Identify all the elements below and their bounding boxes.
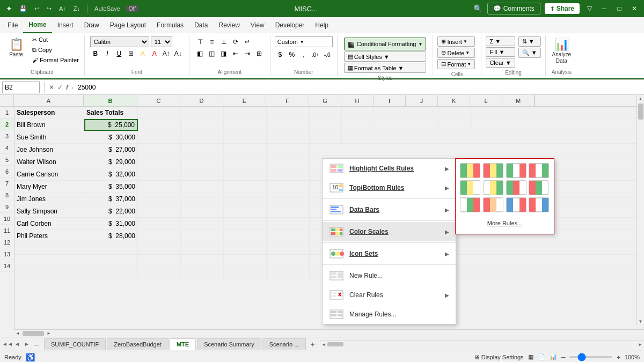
font-name-select[interactable]: Calibri bbox=[90, 36, 149, 47]
name-box[interactable] bbox=[2, 82, 40, 93]
scroll-left-btn[interactable]: ◄ bbox=[14, 330, 21, 337]
row-header-11[interactable]: 11 bbox=[0, 225, 14, 237]
decrease-font-button[interactable]: A↓ bbox=[173, 48, 184, 59]
ribbon-minimize-icon[interactable]: ▽ bbox=[584, 3, 595, 14]
zoom-minus-btn[interactable]: ─ bbox=[561, 354, 566, 360]
tab-more-btn[interactable]: ... bbox=[32, 340, 41, 349]
scroll-thumb-v[interactable] bbox=[638, 107, 643, 120]
h-scroll-left[interactable]: ◄ bbox=[320, 341, 327, 348]
font-size-select[interactable]: 11 bbox=[151, 36, 172, 47]
cell-F10[interactable] bbox=[267, 218, 310, 230]
cell-C1[interactable] bbox=[138, 107, 181, 119]
col-header-D[interactable]: D bbox=[180, 95, 223, 106]
row-header-3[interactable]: 3 bbox=[0, 130, 14, 142]
underline-button[interactable]: U bbox=[114, 48, 125, 59]
dropdown-item-colorscales[interactable]: Color Scales ▶ bbox=[323, 222, 456, 241]
cell-E7[interactable] bbox=[224, 181, 267, 193]
scroll-down-btn[interactable]: ▼ bbox=[637, 317, 645, 325]
cell-E1[interactable] bbox=[224, 107, 267, 119]
col-header-J[interactable]: J bbox=[406, 95, 438, 106]
wrap-text-button[interactable]: ↵ bbox=[242, 36, 253, 47]
currency-button[interactable]: $ bbox=[275, 49, 286, 60]
cell-D8[interactable] bbox=[181, 193, 224, 205]
menu-formulas[interactable]: Formulas bbox=[151, 17, 189, 33]
row-header-2[interactable]: 2 bbox=[0, 119, 14, 130]
font-color-button[interactable]: A bbox=[149, 48, 160, 59]
share-button[interactable]: ⬆ Share bbox=[545, 3, 580, 14]
cell-E14[interactable] bbox=[224, 267, 267, 279]
cell-D10[interactable] bbox=[181, 218, 224, 230]
menu-view[interactable]: View bbox=[245, 17, 270, 33]
quick-access-save[interactable]: 💾 bbox=[17, 4, 29, 13]
cell-C12[interactable] bbox=[138, 242, 181, 254]
cell-F2[interactable] bbox=[267, 119, 310, 131]
col-header-I[interactable]: I bbox=[374, 95, 406, 106]
cell-B13[interactable] bbox=[84, 255, 138, 267]
quick-access-undo[interactable]: ↩ bbox=[32, 4, 41, 13]
sheet-tab-zero-budget[interactable]: ZeroBasedBudget bbox=[107, 338, 169, 350]
border-button[interactable]: ⊞ bbox=[126, 48, 136, 59]
page-layout-view-btn[interactable]: 📄 bbox=[538, 353, 545, 360]
cell-D5[interactable] bbox=[181, 156, 224, 168]
format-as-table-button[interactable]: ▦ Format as Table ▼ bbox=[344, 63, 427, 73]
menu-home[interactable]: Home bbox=[23, 17, 52, 33]
cell-D9[interactable] bbox=[181, 205, 224, 217]
format-painter-button[interactable]: 🖌 Format Painter bbox=[30, 56, 81, 64]
cell-F14[interactable] bbox=[267, 267, 310, 279]
cell-A13[interactable] bbox=[14, 255, 84, 267]
cell-B7[interactable]: $ 35,000 bbox=[84, 181, 138, 193]
vertical-scrollbar[interactable]: ▲ ▼ bbox=[636, 107, 644, 325]
col-header-M[interactable]: M bbox=[502, 95, 535, 106]
color-scale-3[interactable] bbox=[506, 163, 526, 178]
tab-right-btn[interactable]: ► bbox=[23, 340, 31, 349]
cell-I1[interactable] bbox=[374, 107, 406, 119]
cell-B10[interactable]: $ 31,000 bbox=[84, 218, 138, 230]
cell-B9[interactable]: $ 22,000 bbox=[84, 205, 138, 217]
cell-A1[interactable]: Salesperson bbox=[14, 107, 84, 119]
row-header-7[interactable]: 7 bbox=[0, 178, 14, 189]
find-select-button[interactable]: 🔍 ▼ bbox=[518, 48, 541, 58]
cell-E8[interactable] bbox=[224, 193, 267, 205]
cell-B3[interactable]: $ 30,000 bbox=[84, 131, 138, 143]
col-header-L[interactable]: L bbox=[470, 95, 502, 106]
format-cells-button[interactable]: ⊟ Format ▼ bbox=[437, 59, 475, 69]
cell-C2[interactable] bbox=[138, 119, 181, 131]
cell-D3[interactable] bbox=[181, 131, 224, 143]
color-scale-8[interactable] bbox=[529, 180, 549, 195]
analyze-data-button[interactable]: 📊 AnalyzeData bbox=[549, 35, 575, 67]
cell-F5[interactable] bbox=[267, 156, 310, 168]
paste-button[interactable]: 📋 Paste bbox=[3, 35, 29, 60]
menu-file[interactable]: File bbox=[2, 17, 23, 33]
display-settings-btn[interactable]: 🖥 Display Settings bbox=[474, 354, 524, 360]
align-middle-button[interactable]: ≡ bbox=[207, 36, 217, 47]
color-scale-4[interactable] bbox=[529, 163, 549, 178]
color-scale-2[interactable] bbox=[483, 163, 503, 178]
italic-button[interactable]: I bbox=[102, 48, 113, 59]
cell-C5[interactable] bbox=[138, 156, 181, 168]
orient-button[interactable]: ⟳ bbox=[230, 36, 241, 47]
search-icon[interactable]: 🔍 bbox=[473, 4, 483, 13]
cell-D2[interactable] bbox=[181, 119, 224, 131]
cell-J2[interactable] bbox=[406, 119, 438, 131]
sum-button[interactable]: Σ ▼ bbox=[486, 36, 515, 46]
cell-A10[interactable]: Carl Corben bbox=[14, 218, 84, 230]
cell-A11[interactable]: Phil Peters bbox=[14, 230, 84, 242]
cell-B5[interactable]: $ 29,000 bbox=[84, 156, 138, 168]
cell-A2[interactable]: Bill Brown bbox=[14, 119, 84, 131]
comma-button[interactable]: , bbox=[298, 49, 309, 60]
fill-color-button[interactable]: A bbox=[137, 48, 148, 59]
zoom-plus-btn[interactable]: + bbox=[617, 354, 620, 360]
dropdown-item-highlight[interactable]: Highlight Cells Rules ▶ bbox=[323, 159, 456, 178]
cell-B11[interactable]: $ 28,000 bbox=[84, 230, 138, 242]
sheet-tab-sumif[interactable]: SUMIF_COUNTIF bbox=[44, 338, 106, 350]
cancel-formula-icon[interactable]: ✕ bbox=[49, 84, 54, 91]
scroll-thumb-h[interactable] bbox=[23, 331, 44, 336]
comments-button[interactable]: 💬 Comments bbox=[487, 3, 540, 14]
cell-E2[interactable] bbox=[224, 119, 267, 131]
increase-indent-button[interactable]: ⇥ bbox=[242, 48, 253, 59]
cell-B14[interactable] bbox=[84, 267, 138, 279]
align-left-button[interactable]: ◧ bbox=[195, 48, 206, 59]
tab-prev-btn[interactable]: ◄◄ bbox=[3, 340, 12, 349]
cell-E13[interactable] bbox=[224, 255, 267, 267]
accessibility-icon[interactable]: ♿ bbox=[26, 353, 35, 361]
